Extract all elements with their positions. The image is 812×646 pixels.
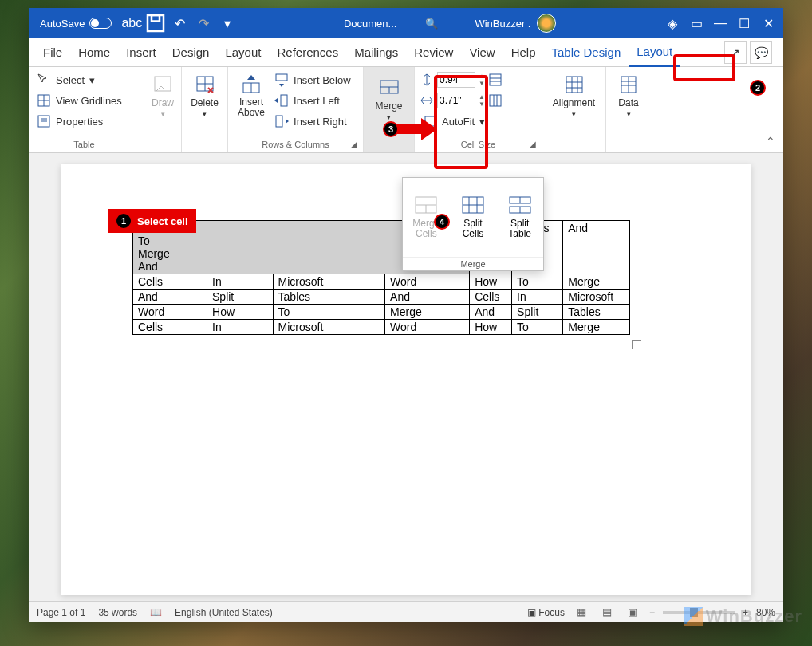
tab-mailings[interactable]: Mailings [346,38,406,67]
table-cell[interactable]: How [207,305,274,320]
document-title-area: Documen... 🔍 WinBuzzer . [239,14,660,33]
col-width-field[interactable] [437,93,475,108]
page-indicator[interactable]: Page 1 of 1 [37,607,85,618]
zoom-out-button[interactable]: − [649,607,655,618]
close-button[interactable]: ✕ [756,11,780,35]
tab-references[interactable]: References [269,38,346,67]
table-cell[interactable]: In [207,274,274,290]
svg-rect-27 [566,77,582,93]
svg-rect-0 [148,15,164,31]
customize-qat-icon[interactable]: ▾ [215,11,239,35]
table-cell[interactable]: How [470,320,512,335]
annotation-arrow-3 [397,118,437,140]
table-cell[interactable]: To [512,274,563,290]
table-cell[interactable]: Microsoft [273,274,385,290]
read-mode-icon[interactable]: ▦ [573,605,590,620]
language-indicator[interactable]: English (United States) [175,607,273,618]
strikethrough-icon[interactable]: abc [120,11,144,35]
table-cell[interactable]: To [273,305,385,320]
merge-button[interactable]: Merge▾ [369,70,409,124]
col-width-input[interactable]: ▲▼ [420,91,537,110]
table-cell[interactable]: Word [133,305,207,320]
table-cell[interactable]: Word [385,274,470,290]
annotation-badge-4: 4 [434,214,450,230]
table-cell[interactable]: In [207,320,274,335]
table-cell[interactable]: Cells [133,274,207,290]
tab-help[interactable]: Help [503,38,544,67]
table-cell[interactable]: In [512,290,563,305]
autofit-button[interactable]: AutoFit ▾ [420,112,537,131]
table-cell[interactable]: To [512,320,563,335]
tab-insert[interactable]: Insert [118,38,164,67]
table-cell[interactable]: And [563,221,630,274]
table-cell[interactable]: Split [512,305,563,320]
document-table[interactable]: How To Merge AndSplitTablesAndCellsInMic… [132,220,630,335]
web-layout-icon[interactable]: ▣ [624,605,641,620]
search-icon[interactable]: 🔍 [425,18,438,30]
svg-rect-14 [276,74,287,81]
view-gridlines-button[interactable]: View Gridlines [34,91,135,110]
table-cell[interactable]: Merge [563,274,630,290]
alignment-button[interactable]: Alignment▾ [547,70,601,121]
comments-button[interactable]: 💬 [750,41,772,64]
share-button[interactable]: ↗ [724,41,747,64]
save-icon[interactable] [144,11,168,35]
word-count[interactable]: 35 words [98,607,137,618]
collapse-ribbon-button[interactable]: ⌃ [766,135,775,148]
table-cell[interactable]: Tables [273,290,385,305]
focus-mode-button[interactable]: ▣ Focus [527,607,565,618]
statusbar: Page 1 of 1 35 words 📖 English (United S… [29,601,783,622]
table-cell[interactable]: Merge [563,320,630,335]
merge-dropdown-label: Merge [403,257,543,270]
delete-button[interactable]: Delete▾ [187,70,223,121]
properties-button[interactable]: Properties [34,112,135,131]
insert-below-button[interactable]: Insert Below [271,70,354,89]
table-cell[interactable]: How [470,274,512,290]
tab-table-design[interactable]: Table Design [544,38,629,67]
split-table-button[interactable]: Split Table [496,178,543,257]
table-cell[interactable]: Microsoft [273,320,385,335]
table-cell[interactable]: Word [385,320,470,335]
minimize-button[interactable]: — [708,11,732,35]
ribbon-mode-icon[interactable]: ▭ [684,11,708,35]
distribute-rows-icon[interactable] [488,73,503,87]
tab-view[interactable]: View [461,38,503,67]
table-cell[interactable]: And [470,305,512,320]
insert-left-button[interactable]: Insert Left [271,91,354,110]
tab-design[interactable]: Design [164,38,218,67]
table-cell[interactable]: Split [207,290,274,305]
document-title[interactable]: Documen... [344,18,396,30]
undo-icon[interactable]: ↶ [168,11,191,35]
row-height-input[interactable]: ▲▼ [420,70,537,89]
cell-size-launcher[interactable]: ◢ [527,138,538,149]
svg-rect-16 [276,116,282,127]
select-button[interactable]: Select ▾ [34,70,135,89]
print-layout-icon[interactable]: ▤ [598,605,616,620]
tab-table-layout[interactable]: Layout [629,38,680,67]
table-cell[interactable]: Tables [563,305,630,320]
user-avatar[interactable] [537,14,556,33]
autosave-toggle[interactable]: AutoSave [32,18,120,30]
table-cell[interactable]: Microsoft [563,290,630,305]
group-table-label: Table [29,140,140,149]
diamond-icon[interactable]: ◈ [660,11,684,35]
rows-cols-launcher[interactable]: ◢ [349,138,360,149]
table-cell[interactable]: And [133,290,207,305]
tab-home[interactable]: Home [70,38,118,67]
distribute-cols-icon[interactable] [488,93,503,108]
tab-review[interactable]: Review [406,38,461,67]
tab-file[interactable]: File [35,38,70,67]
row-height-field[interactable] [437,72,475,88]
table-resize-handle[interactable] [632,340,641,349]
svg-rect-8 [155,77,171,91]
table-cell[interactable]: Cells [133,320,207,335]
tab-layout[interactable]: Layout [217,38,269,67]
spellcheck-icon[interactable]: 📖 [150,607,162,618]
data-button[interactable]: Data▾ [611,70,646,121]
table-cell[interactable]: Merge [385,305,470,320]
split-cells-button[interactable]: Split Cells [450,178,497,257]
insert-right-button[interactable]: Insert Right [271,112,354,131]
table-cell[interactable]: And [385,290,470,305]
maximize-button[interactable]: ☐ [732,11,756,35]
table-cell[interactable]: Cells [470,290,512,305]
